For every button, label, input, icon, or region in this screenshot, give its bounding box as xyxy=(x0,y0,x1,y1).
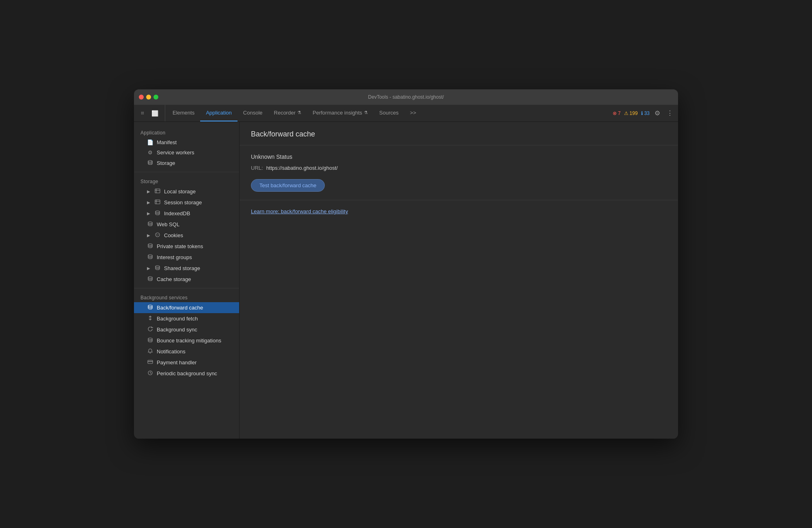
status-text: Unknown Status xyxy=(251,154,667,160)
background-fetch-icon xyxy=(147,315,153,322)
sidebar-item-bounce-tracking[interactable]: Bounce tracking mitigations xyxy=(134,335,239,346)
svg-point-10 xyxy=(156,234,157,235)
svg-rect-1 xyxy=(155,189,160,193)
interest-groups-icon xyxy=(147,254,153,261)
tab-console[interactable]: Console xyxy=(238,105,268,121)
svg-point-19 xyxy=(148,338,152,340)
settings-icon[interactable]: ⚙ xyxy=(653,108,662,119)
url-label: URL: xyxy=(251,165,263,171)
content-header: Back/forward cache xyxy=(240,122,678,145)
learn-more-section: Learn more: back/forward cache eligibili… xyxy=(240,200,678,223)
application-section-header: Application xyxy=(134,127,239,137)
back-forward-cache-icon xyxy=(147,304,153,311)
url-row: URL: https://sabatino.ghost.io/ghost/ xyxy=(251,165,667,171)
close-button[interactable] xyxy=(139,95,144,100)
traffic-lights xyxy=(139,95,158,100)
bounce-tracking-icon xyxy=(147,337,153,344)
sidebar-item-indexeddb[interactable]: ▶ IndexedDB xyxy=(134,208,239,219)
main-layout: Application 📄 Manifest ⚙ Service workers… xyxy=(134,122,678,439)
page-title: Back/forward cache xyxy=(251,130,667,138)
cookies-icon xyxy=(154,232,161,239)
sidebar-item-session-storage[interactable]: ▶ Session storage xyxy=(134,197,239,208)
title-bar: DevTools - sabatino.ghost.io/ghost/ xyxy=(134,89,678,105)
storage-icon xyxy=(147,160,153,167)
tab-application[interactable]: Application xyxy=(200,105,238,121)
device-toolbar-icon[interactable]: ⬜ xyxy=(149,108,160,119)
svg-point-0 xyxy=(148,160,152,162)
shared-storage-arrow: ▶ xyxy=(147,266,150,270)
session-storage-icon xyxy=(154,199,161,206)
svg-point-11 xyxy=(158,234,159,235)
recorder-icon: ⚗ xyxy=(297,110,301,115)
tab-performance[interactable]: Performance insights ⚗ xyxy=(307,105,374,121)
svg-point-14 xyxy=(148,255,152,256)
sidebar-item-payment-handler[interactable]: Payment handler xyxy=(134,357,239,368)
sidebar-item-back-forward-cache[interactable]: Back/forward cache xyxy=(134,302,239,313)
svg-point-7 xyxy=(155,211,160,212)
tab-more[interactable]: >> xyxy=(404,105,422,121)
sidebar-item-storage[interactable]: Storage xyxy=(134,158,239,169)
status-section: Unknown Status URL: https://sabatino.gho… xyxy=(240,145,678,200)
test-cache-button[interactable]: Test back/forward cache xyxy=(251,179,325,192)
svg-point-9 xyxy=(155,233,160,237)
sidebar-item-background-fetch[interactable]: Background fetch xyxy=(134,313,239,324)
sidebar-item-notifications[interactable]: Notifications xyxy=(134,346,239,357)
tab-elements[interactable]: Elements xyxy=(167,105,200,121)
session-storage-arrow: ▶ xyxy=(147,200,150,205)
toolbar-right: ⊗ 7 ⚠ 199 ℹ 33 ⚙ ⋮ xyxy=(609,105,675,121)
toolbar-icon-group: ⌗ ⬜ xyxy=(137,105,165,121)
sidebar-item-shared-storage[interactable]: ▶ Shared storage xyxy=(134,263,239,274)
svg-rect-4 xyxy=(155,200,160,204)
sidebar-item-manifest[interactable]: 📄 Manifest xyxy=(134,137,239,147)
local-storage-arrow: ▶ xyxy=(147,189,150,194)
svg-point-8 xyxy=(148,222,152,223)
inspect-element-icon[interactable]: ⌗ xyxy=(137,108,148,119)
local-storage-icon xyxy=(154,188,161,195)
warning-icon: ⚠ xyxy=(624,110,628,116)
sidebar-item-background-sync[interactable]: Background sync xyxy=(134,324,239,335)
error-count-badge[interactable]: ⊗ 7 xyxy=(613,110,621,116)
info-icon: ℹ xyxy=(641,110,643,116)
svg-point-13 xyxy=(148,244,152,245)
sidebar-divider-1 xyxy=(134,172,239,172)
svg-point-17 xyxy=(148,305,152,307)
tab-recorder[interactable]: Recorder ⚗ xyxy=(268,105,307,121)
toolbar: ⌗ ⬜ Elements Application Console Recorde… xyxy=(134,105,678,122)
background-sync-icon xyxy=(147,326,153,333)
url-value: https://sabatino.ghost.io/ghost/ xyxy=(266,165,338,171)
more-options-icon[interactable]: ⋮ xyxy=(665,108,675,119)
indexeddb-arrow: ▶ xyxy=(147,211,150,216)
notifications-icon xyxy=(147,348,153,355)
performance-icon: ⚗ xyxy=(364,110,368,115)
tab-sources[interactable]: Sources xyxy=(374,105,404,121)
sidebar-item-service-workers[interactable]: ⚙ Service workers xyxy=(134,147,239,158)
error-icon: ⊗ xyxy=(613,110,617,116)
shared-storage-icon xyxy=(154,265,161,272)
window-title: DevTools - sabatino.ghost.io/ghost/ xyxy=(368,94,444,100)
sidebar: Application 📄 Manifest ⚙ Service workers… xyxy=(134,122,240,439)
info-count-badge[interactable]: ℹ 33 xyxy=(641,110,650,116)
warning-count-badge[interactable]: ⚠ 199 xyxy=(624,110,638,116)
svg-rect-20 xyxy=(148,360,153,364)
sidebar-item-web-sql[interactable]: Web SQL xyxy=(134,219,239,230)
minimize-button[interactable] xyxy=(146,95,151,100)
sidebar-item-local-storage[interactable]: ▶ Local storage xyxy=(134,186,239,197)
learn-more-link[interactable]: Learn more: back/forward cache eligibili… xyxy=(251,208,348,214)
sidebar-item-cache-storage[interactable]: Cache storage xyxy=(134,274,239,285)
periodic-background-sync-icon xyxy=(147,370,153,377)
toolbar-tabs: Elements Application Console Recorder ⚗ … xyxy=(167,105,609,121)
maximize-button[interactable] xyxy=(153,95,158,100)
sidebar-item-private-state-tokens[interactable]: Private state tokens xyxy=(134,241,239,252)
svg-point-12 xyxy=(157,235,158,236)
sidebar-item-interest-groups[interactable]: Interest groups xyxy=(134,252,239,263)
web-sql-icon xyxy=(147,221,153,228)
svg-point-15 xyxy=(155,266,160,267)
sidebar-item-cookies[interactable]: ▶ Cookies xyxy=(134,230,239,241)
sidebar-item-periodic-background-sync[interactable]: Periodic background sync xyxy=(134,368,239,379)
payment-handler-icon xyxy=(147,359,153,366)
devtools-window: DevTools - sabatino.ghost.io/ghost/ ⌗ ⬜ … xyxy=(134,89,678,439)
storage-section-header: Storage xyxy=(134,175,239,186)
background-section-header: Background services xyxy=(134,292,239,302)
svg-line-24 xyxy=(150,373,151,374)
content-area: Back/forward cache Unknown Status URL: h… xyxy=(240,122,678,439)
